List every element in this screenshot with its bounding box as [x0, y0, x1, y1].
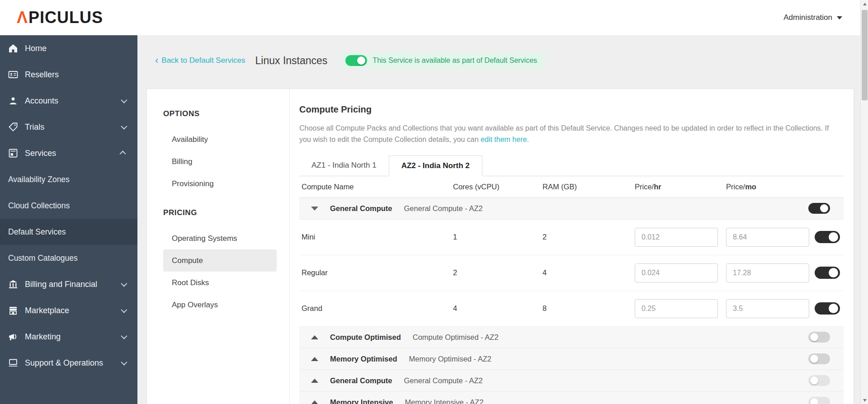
group-toggle[interactable]	[808, 353, 830, 364]
compute-name: Mini	[299, 233, 453, 241]
price-mo-input[interactable]	[726, 299, 809, 318]
sidebar-item-label: Marketplace	[25, 306, 121, 315]
sidebar-item-resellers[interactable]: Resellers	[0, 61, 137, 88]
subnav-item-label: Operating Systems	[172, 234, 237, 243]
sidebar-item-services[interactable]: Services	[0, 140, 137, 166]
group-name: Memory Intensive	[330, 398, 393, 404]
billing-icon	[7, 278, 19, 290]
sidebar-subitem-availability-zones[interactable]: Availability Zones	[0, 166, 137, 193]
row-toggle[interactable]	[815, 267, 840, 279]
administration-dropdown[interactable]: Administration	[783, 13, 842, 22]
sidebar-item-billing-and-financial[interactable]: Billing and Financial	[0, 271, 137, 297]
sidebar-item-trials[interactable]: Trials	[0, 114, 137, 140]
compute-ram: 8	[542, 304, 635, 313]
scroll-up-arrow[interactable]	[861, 0, 868, 8]
marketing-icon	[7, 331, 19, 343]
collapse-arrow-icon[interactable]	[311, 207, 318, 211]
sidebar-subitem-default-services[interactable]: Default Services	[0, 219, 137, 245]
marketplace-icon	[7, 305, 19, 316]
pricing-heading: PRICING	[163, 208, 289, 217]
browser-scrollbar[interactable]	[860, 0, 868, 404]
group-row-memory-intensive[interactable]: Memory Intensive Memory Intensive - AZ2	[299, 392, 844, 404]
expand-arrow-icon[interactable]	[311, 400, 318, 404]
row-toggle[interactable]	[815, 302, 840, 315]
subnav-item-label: Compute	[172, 256, 203, 265]
subnav-item-availability[interactable]: Availability	[163, 128, 277, 150]
subnav-item-label: Billing	[172, 157, 192, 166]
subnav-item-label: Provisioning	[172, 179, 214, 188]
default-service-toggle[interactable]	[345, 55, 367, 66]
group-name: General Compute	[330, 376, 392, 385]
accounts-icon	[7, 95, 19, 107]
tab-az1-india-north-1[interactable]: AZ1 - India North 1	[299, 155, 389, 176]
group-subtitle: Memory Intensive - AZ2	[405, 398, 483, 404]
support-icon	[7, 357, 19, 369]
expand-arrow-icon[interactable]	[311, 357, 318, 361]
group-row-general-compute-2[interactable]: General Compute General Compute - AZ2	[299, 370, 844, 392]
row-toggle[interactable]	[815, 231, 840, 243]
group-toggle[interactable]	[808, 375, 830, 386]
price-mo-input[interactable]	[726, 263, 809, 282]
description-period: .	[527, 136, 528, 143]
apiculus-logo[interactable]: ΛPICULUS	[17, 8, 103, 27]
sidebar-item-support-operations[interactable]: Support & Operations	[0, 350, 137, 376]
compute-row-regular: Regular 2 4	[299, 255, 844, 291]
sidebar-item-label: Support & Operations	[25, 358, 121, 368]
back-to-default-services-link[interactable]: ‹ Back to Default Services	[155, 56, 245, 66]
group-toggle[interactable]	[808, 203, 830, 214]
subnav-item-label: App Overlays	[172, 301, 218, 310]
tab-label: AZ2 - India North 2	[401, 161, 470, 170]
group-row-compute-optimised[interactable]: Compute Optimised Compute Optimised - AZ…	[299, 327, 844, 348]
tab-az2-india-north-2[interactable]: AZ2 - India North 2	[389, 155, 482, 176]
sidebar-item-accounts[interactable]: Accounts	[0, 88, 137, 114]
administration-label: Administration	[783, 13, 832, 22]
pricing-card: OPTIONS Availability Billing Provisionin…	[146, 89, 854, 404]
subnav-item-label: Root Disks	[172, 278, 209, 287]
sidebar-subitem-label: Cloud Collections	[8, 201, 70, 211]
subnav-item-billing[interactable]: Billing	[163, 150, 277, 173]
sidebar-item-home[interactable]: Home	[0, 35, 137, 61]
subnav-item-operating-systems[interactable]: Operating Systems	[163, 227, 277, 249]
resellers-icon	[7, 69, 19, 80]
edit-them-here-link[interactable]: edit them here	[481, 136, 527, 143]
chevron-down-icon	[121, 333, 127, 339]
sidebar-subitem-cloud-collections[interactable]: Cloud Collections	[0, 193, 137, 219]
price-hr-input[interactable]	[635, 299, 718, 318]
col-header-price-mo: Price/mo	[726, 183, 815, 191]
compute-cores: 1	[453, 233, 542, 241]
group-name: Memory Optimised	[330, 355, 397, 363]
col-header-ram: RAM (GB)	[542, 183, 635, 191]
home-icon	[7, 42, 19, 54]
page-header: ‹ Back to Default Services Linux Instanc…	[137, 35, 860, 69]
group-row-general-compute[interactable]: General Compute General Compute - AZ2	[299, 198, 844, 220]
group-toggle[interactable]	[808, 397, 830, 404]
chevron-down-icon	[121, 281, 127, 287]
subnav-item-app-overlays[interactable]: App Overlays	[163, 294, 277, 316]
chevron-down-icon	[121, 307, 127, 313]
table-header-row: Compute Name Cores (vCPU) RAM (GB) Price…	[299, 176, 844, 198]
back-link-label: Back to Default Services	[161, 56, 245, 65]
sidebar-item-marketplace[interactable]: Marketplace	[0, 297, 137, 324]
section-heading: Compute Pricing	[299, 104, 844, 115]
subnav-item-root-disks[interactable]: Root Disks	[163, 272, 277, 294]
sidebar: Home Resellers Accounts Trials Services …	[0, 35, 137, 404]
sidebar-subitem-custom-catalogues[interactable]: Custom Catalogues	[0, 245, 137, 271]
options-heading: OPTIONS	[163, 109, 289, 118]
section-description: Choose all Compute Packs and Collections…	[299, 123, 842, 146]
scrollbar-thumb[interactable]	[862, 10, 868, 100]
group-subtitle: Memory Optimised - AZ2	[409, 355, 491, 363]
price-hr-input[interactable]	[635, 263, 718, 282]
services-icon	[7, 147, 19, 159]
compute-pricing-section: Compute Pricing Choose all Compute Packs…	[290, 89, 857, 404]
expand-arrow-icon[interactable]	[311, 335, 318, 339]
price-mo-input[interactable]	[726, 228, 809, 247]
sidebar-item-marketing[interactable]: Marketing	[0, 324, 137, 350]
subnav-item-compute[interactable]: Compute	[163, 249, 277, 272]
banner-text: This Service is available as part of Def…	[373, 56, 537, 65]
scroll-down-arrow[interactable]	[861, 396, 868, 404]
price-hr-input[interactable]	[635, 228, 718, 247]
group-row-memory-optimised[interactable]: Memory Optimised Memory Optimised - AZ2	[299, 348, 844, 370]
group-toggle[interactable]	[808, 332, 830, 343]
expand-arrow-icon[interactable]	[311, 379, 318, 383]
subnav-item-provisioning[interactable]: Provisioning	[163, 173, 277, 195]
